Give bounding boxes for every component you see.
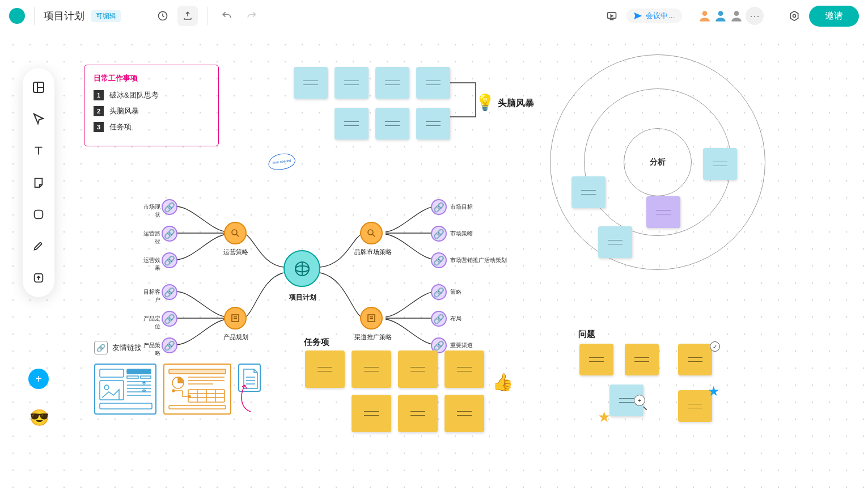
add-comment-button[interactable]: + [28,369,49,389]
svg-point-14 [368,230,373,235]
presentation-icon[interactable] [602,6,622,26]
sticky-note[interactable] [678,344,712,375]
agenda-item-1[interactable]: 1破冰&团队思考 [94,90,209,100]
check-icon[interactable]: ✓ [710,341,720,352]
sticky-note[interactable] [375,108,409,140]
mindmap-leaf-node[interactable]: 🔗 [431,284,447,300]
sticky-note[interactable] [444,350,484,388]
mindmap-branch-node[interactable] [360,222,383,244]
mindmap-leaf-label: 市场策略 [450,230,473,238]
sticky-note[interactable] [598,226,632,258]
export-icon[interactable] [177,6,198,26]
mindmap-leaf-label: 目标客户 [139,288,160,304]
mindmap-leaf-node[interactable]: 🔗 [162,226,177,242]
sticky-note[interactable] [398,395,438,432]
mindmap-branch-node[interactable] [224,222,247,244]
mindmap-center-node[interactable] [283,250,320,287]
agenda-panel[interactable]: 日常工作事项 1破冰&团队思考 2头脑风暴 3任务项 [84,65,219,146]
collaborators[interactable]: ⋯ [698,7,764,25]
mindmap-leaf-node[interactable]: 🔗 [431,199,447,215]
mindmap-leaf-label: 布局 [450,315,461,323]
settings-icon[interactable] [784,6,805,26]
invite-button[interactable]: 邀请 [809,6,859,27]
agenda-item-2[interactable]: 2头脑风暴 [94,106,209,116]
thumbs-up-icon[interactable]: 👍 [492,372,513,392]
undo-icon[interactable] [217,6,237,26]
mindmap-leaf-label: 策略 [450,288,461,296]
history-icon[interactable] [153,6,173,26]
svg-rect-19 [141,376,151,378]
mindmap-leaf-node[interactable]: 🔗 [162,284,177,300]
mindmap-leaf-label: 市场目标 [450,203,473,211]
sticky-note[interactable] [294,67,328,99]
mindmap-branch-node[interactable] [224,307,247,330]
links-section[interactable]: 🔗友情链接 [94,341,261,415]
zoom-icon[interactable]: + [634,395,645,406]
redo-icon[interactable] [242,6,262,26]
mindmap-diagram[interactable]: 项目计划 运营策略 产品规划 品牌市场策略 渠道推广策略 🔗市场现状 🔗运营路径… [113,165,510,364]
text-tool-icon[interactable] [31,143,46,159]
number-badge: 2 [94,106,104,116]
sticky-note[interactable] [703,148,737,180]
star-icon[interactable]: ★ [708,383,720,399]
svg-point-6 [793,15,796,18]
sticky-note[interactable] [352,395,391,432]
sticky-note[interactable] [398,350,438,388]
star-icon[interactable]: ★ [598,408,611,426]
analysis-label: 分析 [650,157,666,167]
mindmap-leaf-node[interactable]: 🔗 [162,252,177,268]
svg-rect-17 [127,369,151,374]
sticky-note[interactable] [352,350,391,388]
edit-status-badge[interactable]: 可编辑 [91,10,121,22]
avatar-user-3[interactable] [727,7,746,25]
meeting-status[interactable]: 会议中… [626,9,682,23]
sticky-note[interactable] [678,390,712,422]
wireframe-card[interactable] [94,364,156,415]
sticky-note[interactable] [416,108,450,140]
reactions-button[interactable]: 😎 [29,408,49,427]
mindmap-branch-label: 渠道推广策略 [352,333,395,341]
mindmap-leaf-label: 产品定位 [139,315,160,331]
wireframe-card[interactable] [163,364,231,415]
agenda-text: 头脑风暴 [109,106,139,116]
svg-rect-16 [100,369,124,377]
sticky-note[interactable] [416,67,450,99]
board-title[interactable]: 项目计划 [44,9,84,23]
draw-tool-icon[interactable] [31,238,46,254]
svg-marker-5 [790,11,798,21]
mindmap-leaf-node[interactable]: 🔗 [162,311,177,327]
mindmap-leaf-node[interactable]: 🔗 [431,226,447,242]
mindmap-leaf-node[interactable]: 🔗 [431,311,447,327]
sticky-note[interactable] [579,344,613,375]
sticky-note[interactable] [646,196,680,228]
more-users-icon[interactable]: ⋯ [746,7,764,25]
agenda-text: 破冰&团队思考 [109,90,159,100]
sticky-note[interactable] [305,350,345,388]
select-tool-icon[interactable] [31,111,46,127]
svg-point-26 [172,390,175,392]
tasks-section-label: 任务项 [304,337,329,348]
mindmap-leaf-node[interactable]: 🔗 [162,199,177,215]
sticky-note[interactable] [625,344,659,375]
upload-tool-icon[interactable] [31,270,46,286]
sticky-note[interactable] [335,108,369,140]
agenda-item-3[interactable]: 3任务项 [94,122,209,132]
mindmap-branch-label: 运营策略 [223,248,249,256]
svg-rect-28 [169,405,226,409]
svg-point-21 [104,385,109,390]
sticky-note[interactable] [571,176,606,208]
sticky-note[interactable] [375,67,409,99]
sticky-note[interactable] [444,395,484,432]
canvas-area[interactable]: 日常工作事项 1破冰&团队思考 2头脑风暴 3任务项 time needed 💡… [0,32,868,490]
shape-tool-icon[interactable] [31,206,46,222]
template-tool-icon[interactable] [31,79,46,95]
svg-point-4 [734,11,739,16]
sticky-note[interactable] [335,67,369,99]
mindmap-leaf-node[interactable]: 🔗 [431,252,447,268]
lightbulb-icon[interactable]: 💡 [475,93,495,112]
sticky-tool-icon[interactable] [31,175,46,191]
meeting-label: 会议中… [646,11,675,21]
app-logo[interactable] [9,8,25,24]
mindmap-branch-node[interactable] [360,307,383,330]
arrow-icon [234,381,256,415]
